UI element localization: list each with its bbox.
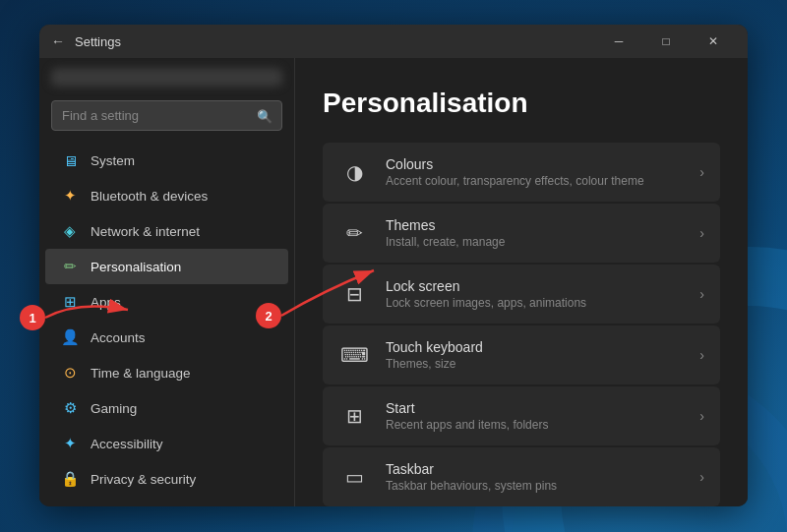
system-icon: 🖥	[61, 151, 79, 169]
lock-screen-desc: Lock screen images, apps, animations	[386, 296, 684, 310]
time-icon: ⊙	[61, 364, 79, 382]
search-icon: 🔍	[257, 108, 272, 123]
sidebar-item-personalisation[interactable]: ✏ Personalisation	[45, 249, 288, 284]
sidebar-label-accessibility: Accessibility	[91, 437, 163, 451]
maximize-button[interactable]: □	[643, 27, 689, 56]
start-desc: Recent apps and items, folders	[386, 418, 684, 432]
themes-chevron: ›	[699, 225, 704, 241]
taskbar-chevron: ›	[699, 469, 704, 485]
taskbar-desc: Taskbar behaviours, system pins	[386, 479, 684, 493]
lock-screen-icon: ⊟	[338, 278, 370, 310]
lock-screen-title: Lock screen	[386, 278, 684, 294]
search-input[interactable]	[51, 100, 282, 131]
minimize-button[interactable]: ─	[596, 27, 641, 56]
colours-text: Colours Accent colour, transparency effe…	[386, 156, 684, 188]
colours-icon: ◑	[338, 156, 370, 188]
user-profile	[51, 68, 282, 87]
themes-icon: ✏	[338, 217, 370, 249]
sidebar-item-gaming[interactable]: ⚙ Gaming	[45, 390, 288, 426]
sidebar-item-network[interactable]: ◈ Network & internet	[45, 213, 288, 249]
sidebar-item-bluetooth[interactable]: ✦ Bluetooth & devices	[45, 178, 288, 213]
themes-text: Themes Install, create, manage	[386, 217, 684, 249]
sidebar: 🔍 🖥 System ✦ Bluetooth & devices ◈ Netwo…	[39, 58, 295, 506]
colours-desc: Accent colour, transparency effects, col…	[386, 174, 684, 188]
sidebar-label-apps: Apps	[91, 295, 121, 310]
privacy-icon: 🔒	[61, 470, 79, 488]
taskbar-text: Taskbar Taskbar behaviours, system pins	[386, 461, 684, 493]
start-title: Start	[386, 400, 684, 416]
taskbar-icon: ▭	[338, 461, 370, 493]
settings-window: ← Settings ─ □ ✕ 🔍 🖥 Sy	[39, 25, 748, 506]
sidebar-item-privacy[interactable]: 🔒 Privacy & security	[45, 461, 288, 497]
settings-item-touch-keyboard[interactable]: ⌨ Touch keyboard Themes, size ›	[323, 325, 720, 384]
touch-keyboard-title: Touch keyboard	[386, 339, 684, 355]
taskbar-title: Taskbar	[386, 461, 684, 477]
sidebar-label-time: Time & language	[91, 366, 191, 381]
sidebar-label-bluetooth: Bluetooth & devices	[91, 189, 208, 204]
nav-list: 🖥 System ✦ Bluetooth & devices ◈ Network…	[39, 143, 294, 497]
sidebar-label-accounts: Accounts	[91, 330, 146, 345]
network-icon: ◈	[61, 222, 79, 240]
sidebar-item-time[interactable]: ⊙ Time & language	[45, 355, 288, 390]
titlebar: ← Settings ─ □ ✕	[39, 25, 748, 58]
start-icon: ⊞	[338, 400, 370, 432]
content-area: 🔍 🖥 System ✦ Bluetooth & devices ◈ Netwo…	[39, 58, 748, 506]
sidebar-item-apps[interactable]: ⊞ Apps	[45, 284, 288, 320]
main-content: Personalisation ◑ Colours Accent colour,…	[295, 58, 748, 506]
settings-item-lock-screen[interactable]: ⊟ Lock screen Lock screen images, apps, …	[323, 265, 720, 324]
touch-keyboard-desc: Themes, size	[386, 357, 684, 371]
lock-screen-chevron: ›	[699, 286, 704, 302]
accessibility-icon: ✦	[61, 435, 79, 452]
sidebar-label-network: Network & internet	[91, 224, 200, 239]
settings-item-taskbar[interactable]: ▭ Taskbar Taskbar behaviours, system pin…	[323, 447, 720, 506]
close-button[interactable]: ✕	[691, 27, 736, 56]
settings-item-colours[interactable]: ◑ Colours Accent colour, transparency ef…	[323, 143, 720, 202]
start-text: Start Recent apps and items, folders	[386, 400, 684, 432]
window-controls: ─ □ ✕	[596, 27, 736, 56]
window-title: Settings	[75, 34, 596, 49]
start-chevron: ›	[699, 408, 704, 424]
sidebar-label-privacy: Privacy & security	[91, 472, 196, 487]
settings-item-start[interactable]: ⊞ Start Recent apps and items, folders ›	[323, 386, 720, 445]
colours-chevron: ›	[699, 164, 704, 180]
sidebar-item-accessibility[interactable]: ✦ Accessibility	[45, 426, 288, 461]
lock-screen-text: Lock screen Lock screen images, apps, an…	[386, 278, 684, 310]
personalisation-icon: ✏	[61, 258, 79, 275]
sidebar-item-system[interactable]: 🖥 System	[45, 143, 288, 178]
colours-title: Colours	[386, 156, 684, 172]
sidebar-item-accounts[interactable]: 👤 Accounts	[45, 320, 288, 355]
sidebar-label-personalisation: Personalisation	[91, 260, 181, 274]
apps-icon: ⊞	[61, 293, 79, 311]
touch-keyboard-icon: ⌨	[338, 339, 370, 371]
gaming-icon: ⚙	[61, 399, 79, 417]
themes-title: Themes	[386, 217, 684, 233]
touch-keyboard-text: Touch keyboard Themes, size	[386, 339, 684, 371]
page-title: Personalisation	[323, 88, 720, 119]
themes-desc: Install, create, manage	[386, 235, 684, 249]
sidebar-label-gaming: Gaming	[91, 401, 137, 416]
search-box: 🔍	[51, 100, 282, 131]
touch-keyboard-chevron: ›	[699, 347, 704, 363]
settings-list: ◑ Colours Accent colour, transparency ef…	[323, 143, 720, 506]
bluetooth-icon: ✦	[61, 187, 79, 205]
sidebar-label-system: System	[91, 153, 135, 168]
accounts-icon: 👤	[61, 328, 79, 346]
settings-item-themes[interactable]: ✏ Themes Install, create, manage ›	[323, 204, 720, 263]
back-button[interactable]: ←	[51, 33, 65, 49]
